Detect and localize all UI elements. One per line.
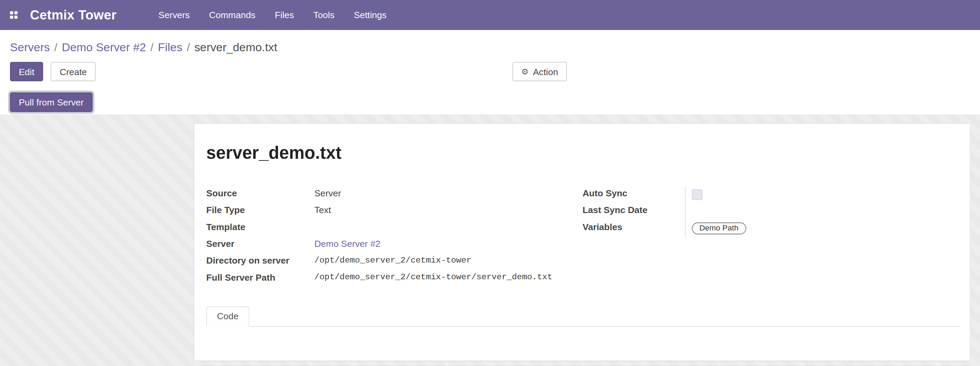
field-value-auto-sync (685, 186, 960, 203)
field-label-full-path: Full Server Path (206, 271, 315, 283)
app-window: Cetmix Tower Servers Commands Files Tool… (0, 0, 980, 366)
field-value-last-sync-date (685, 203, 960, 220)
action-button-label: Action (533, 67, 558, 76)
breadcrumb-separator: / (54, 41, 57, 54)
field-row-server: Server Demo Server #2 (206, 237, 582, 254)
pull-from-server-button[interactable]: Pull from Server (10, 92, 92, 112)
notebook-tabs: Code (206, 306, 960, 327)
top-navbar: Cetmix Tower Servers Commands Files Tool… (0, 0, 980, 30)
breadcrumb-demo-server[interactable]: Demo Server #2 (62, 41, 146, 54)
field-value-template (315, 220, 582, 221)
variable-tag-demo-path: Demo Path (692, 223, 746, 235)
menu-item-commands[interactable]: Commands (206, 6, 258, 24)
breadcrumb-current-file: server_demo.txt (194, 41, 277, 54)
field-label-variables: Variables (582, 220, 685, 232)
field-row-file-type: File Type Text (206, 203, 582, 220)
edit-button[interactable]: Edit (10, 62, 43, 81)
field-label-directory: Directory on server (206, 254, 315, 266)
field-label-last-sync-date: Last Sync Date (582, 203, 685, 215)
create-button[interactable]: Create (51, 62, 95, 81)
action-menu-button[interactable]: ⚙Action (512, 62, 567, 81)
field-label-source: Source (206, 186, 315, 198)
field-group-right: Auto Sync Last Sync Date Variables Demo … (582, 186, 960, 288)
breadcrumb: Servers/Demo Server #2/Files/server_demo… (10, 39, 980, 56)
field-row-variables: Variables Demo Path (582, 220, 960, 237)
auto-sync-checkbox[interactable] (692, 189, 702, 200)
control-panel-buttons: Edit Create ⚙Action (0, 62, 980, 82)
object-buttons-row: Pull from Server (0, 92, 980, 112)
field-value-server-link[interactable]: Demo Server #2 (315, 237, 582, 249)
field-row-template: Template (206, 220, 582, 237)
main-menu: Servers Commands Files Tools Settings (155, 6, 390, 24)
field-label-file-type: File Type (206, 203, 315, 215)
record-title: server_demo.txt (206, 142, 960, 164)
breadcrumb-separator: / (187, 41, 190, 54)
field-value-full-path: /opt/demo_server_2/cetmix-tower/server_d… (315, 271, 582, 282)
gear-icon: ⚙ (522, 67, 528, 76)
menu-item-tools[interactable]: Tools (310, 6, 337, 24)
form-sheet: server_demo.txt Source Server File Type … (194, 123, 970, 361)
field-value-directory: /opt/demo_server_2/cetmix-tower (315, 254, 582, 265)
field-row-full-path: Full Server Path /opt/demo_server_2/cetm… (206, 271, 582, 288)
menu-item-settings[interactable]: Settings (351, 6, 390, 24)
field-row-source: Source Server (206, 186, 582, 203)
brand-title[interactable]: Cetmix Tower (30, 8, 117, 22)
breadcrumb-servers[interactable]: Servers (10, 41, 50, 54)
field-row-auto-sync: Auto Sync (582, 186, 960, 203)
menu-item-servers[interactable]: Servers (155, 6, 193, 24)
field-groups: Source Server File Type Text Template Se… (206, 186, 960, 288)
field-value-file-type: Text (315, 203, 582, 215)
apps-grid-icon[interactable] (10, 11, 18, 19)
field-value-source: Server (315, 186, 582, 198)
breadcrumb-files[interactable]: Files (158, 41, 182, 54)
breadcrumb-separator: / (150, 41, 153, 54)
menu-item-files[interactable]: Files (272, 6, 297, 24)
field-label-template: Template (206, 220, 315, 232)
tab-code[interactable]: Code (206, 306, 249, 327)
field-row-directory: Directory on server /opt/demo_server_2/c… (206, 254, 582, 271)
field-label-auto-sync: Auto Sync (582, 186, 685, 198)
field-value-variables: Demo Path (685, 220, 960, 237)
field-label-server: Server (206, 237, 315, 249)
field-group-left: Source Server File Type Text Template Se… (206, 186, 582, 288)
field-row-last-sync-date: Last Sync Date (582, 203, 960, 220)
content-area: server_demo.txt Source Server File Type … (0, 115, 980, 366)
